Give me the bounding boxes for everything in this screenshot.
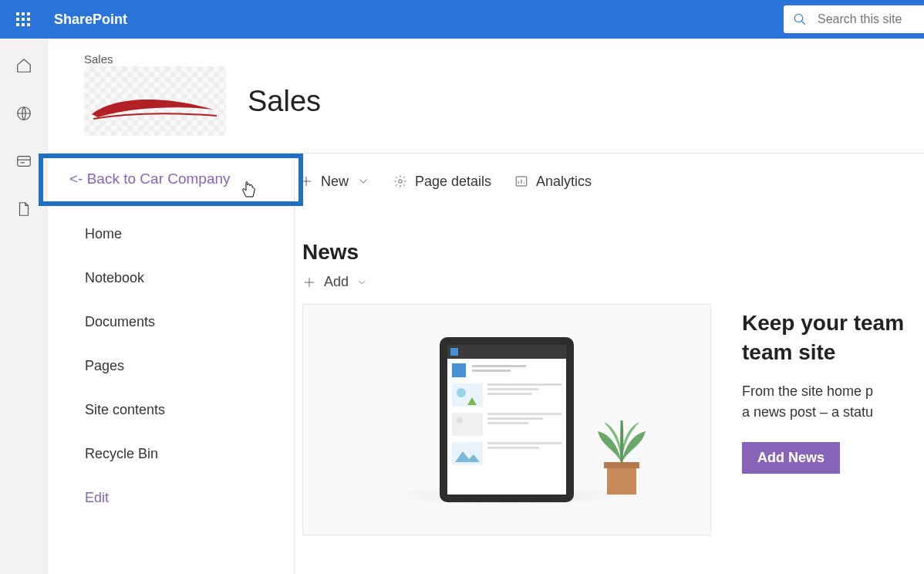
site-body: <- Back to Car Company Home Notebook Doc… bbox=[48, 153, 924, 574]
plus-icon bbox=[302, 275, 316, 289]
back-to-parent-link[interactable]: <- Back to Car Company bbox=[39, 154, 303, 206]
page-details-label: Page details bbox=[415, 174, 491, 190]
svg-line-1 bbox=[801, 21, 805, 25]
site-logo[interactable] bbox=[84, 66, 226, 136]
car-swoosh-icon bbox=[90, 99, 220, 122]
nav-pages[interactable]: Pages bbox=[85, 344, 294, 388]
search-input[interactable] bbox=[818, 12, 910, 26]
nav-recycle-bin[interactable]: Recycle Bin bbox=[85, 432, 294, 476]
chevron-down-icon bbox=[356, 277, 367, 288]
page-details-button[interactable]: Page details bbox=[393, 174, 491, 190]
svg-rect-18 bbox=[604, 462, 639, 468]
add-news-button[interactable]: Add News bbox=[742, 442, 840, 474]
svg-rect-3 bbox=[17, 157, 30, 167]
globe-icon[interactable] bbox=[15, 105, 32, 122]
gear-icon bbox=[393, 174, 407, 188]
news-side-body: From the site home p a news post – a sta… bbox=[742, 381, 924, 424]
search-icon bbox=[793, 12, 807, 26]
nav-edit[interactable]: Edit bbox=[85, 476, 294, 520]
analytics-icon bbox=[514, 174, 528, 188]
main-content: New Page details Analytics News bbox=[295, 154, 924, 574]
chevron-down-icon bbox=[356, 174, 370, 188]
nav-home[interactable]: Home bbox=[85, 212, 294, 256]
left-rail bbox=[0, 39, 48, 574]
new-label: New bbox=[321, 174, 349, 190]
site-title: Sales bbox=[248, 85, 321, 118]
news-section: News Add bbox=[302, 240, 924, 535]
search-box[interactable] bbox=[784, 5, 924, 33]
brand-label[interactable]: SharePoint bbox=[54, 12, 127, 28]
command-bar: New Page details Analytics bbox=[299, 164, 924, 198]
home-icon[interactable] bbox=[15, 57, 32, 74]
news-icon[interactable] bbox=[15, 153, 32, 170]
add-label: Add bbox=[324, 274, 349, 290]
svg-point-8 bbox=[399, 180, 403, 184]
app-launcher-icon[interactable] bbox=[8, 4, 39, 35]
site-column: Sales Sales <- Back to Car Company bbox=[48, 39, 924, 574]
news-side-heading: Keep your team team site bbox=[742, 309, 924, 367]
news-heading: News bbox=[302, 240, 924, 265]
svg-point-15 bbox=[457, 388, 466, 397]
plant-illustration bbox=[588, 416, 655, 501]
svg-point-16 bbox=[457, 417, 463, 424]
file-icon[interactable] bbox=[15, 201, 32, 218]
nav-documents[interactable]: Documents bbox=[85, 300, 294, 344]
site-header: Sales Sales bbox=[48, 39, 924, 153]
cursor-hand-icon bbox=[239, 180, 258, 201]
nav-notebook[interactable]: Notebook bbox=[85, 256, 294, 300]
side-nav: <- Back to Car Company Home Notebook Doc… bbox=[48, 154, 295, 574]
analytics-button[interactable]: Analytics bbox=[514, 174, 592, 190]
breadcrumb[interactable]: Sales bbox=[84, 52, 901, 66]
shell: Sales Sales <- Back to Car Company bbox=[0, 39, 924, 574]
analytics-label: Analytics bbox=[536, 174, 592, 190]
back-link-label: <- Back to Car Company bbox=[69, 171, 231, 187]
new-button[interactable]: New bbox=[299, 174, 370, 190]
news-add-button[interactable]: Add bbox=[302, 274, 924, 290]
tablet-illustration bbox=[440, 337, 574, 502]
news-illustration-card bbox=[302, 304, 711, 535]
news-row: Keep your team team site From the site h… bbox=[302, 304, 924, 535]
news-side-text: Keep your team team site From the site h… bbox=[742, 304, 924, 474]
top-bar: SharePoint bbox=[0, 0, 924, 39]
svg-point-0 bbox=[794, 14, 803, 22]
nav-site-contents[interactable]: Site contents bbox=[85, 388, 294, 432]
